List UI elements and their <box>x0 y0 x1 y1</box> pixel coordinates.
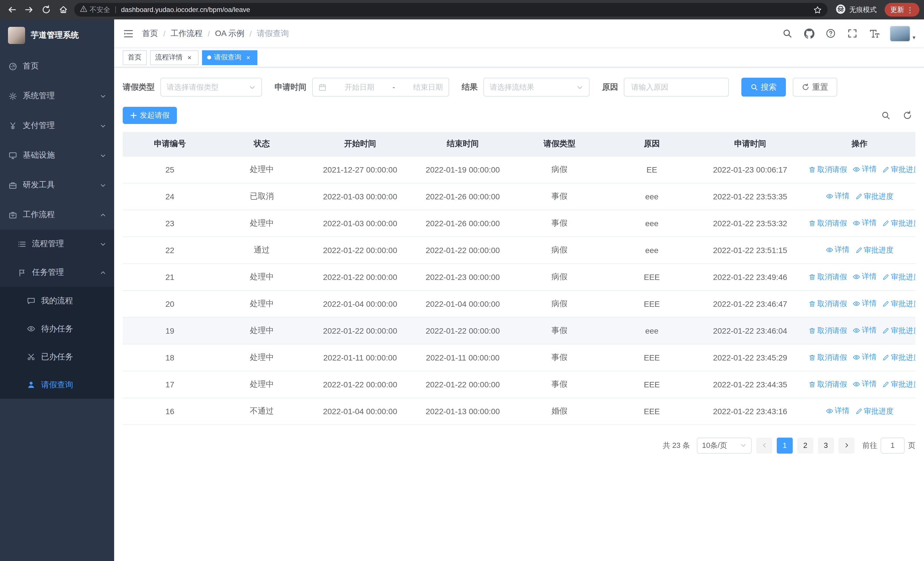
tab-process-detail[interactable]: 流程详情 <box>150 50 199 65</box>
detail-link[interactable]: 详情 <box>825 406 849 416</box>
cell-end-time: 2022-01-11 00:00:00 <box>414 344 512 371</box>
sidebar-item-infrastructure[interactable]: 基础设施 <box>0 141 114 170</box>
detail-link[interactable]: 详情 <box>853 352 877 362</box>
cancel-leave-link[interactable]: 取消请假 <box>809 164 847 175</box>
approval-progress-link[interactable]: 审批进度 <box>882 299 915 309</box>
next-page-button[interactable] <box>838 437 854 453</box>
cell-leave-type: 事假 <box>512 344 607 371</box>
cancel-leave-link[interactable]: 取消请假 <box>809 272 847 282</box>
breadcrumb-item[interactable]: OA 示例 <box>215 28 244 39</box>
back-icon[interactable] <box>4 2 20 17</box>
approval-progress-link[interactable]: 审批进度 <box>882 218 915 229</box>
search-button-label: 搜索 <box>761 82 777 92</box>
cancel-leave-link[interactable]: 取消请假 <box>809 379 847 390</box>
sidebar-item-task-management[interactable]: 任务管理 <box>0 258 114 287</box>
goto-page-input[interactable] <box>880 437 904 453</box>
sidebar-item-leave-query[interactable]: 请假查询 <box>0 371 114 399</box>
home-icon[interactable] <box>56 2 71 17</box>
cancel-leave-link[interactable]: 取消请假 <box>809 299 847 309</box>
cell-leave-type: 病假 <box>512 236 607 263</box>
detail-link[interactable]: 详情 <box>825 191 849 202</box>
tab-home[interactable]: 首页 <box>123 50 147 65</box>
detail-link[interactable]: 详情 <box>825 245 849 255</box>
detail-link[interactable]: 详情 <box>853 272 877 282</box>
cell-leave-type: 事假 <box>512 183 607 210</box>
github-icon[interactable] <box>800 24 819 43</box>
refresh-icon[interactable] <box>900 107 915 123</box>
cell-leave-type: 病假 <box>512 156 607 183</box>
cell-reason: EEE <box>607 263 697 290</box>
sidebar-item-devtools[interactable]: 研发工具 <box>0 170 114 200</box>
user-menu[interactable]: ▾ <box>890 26 915 41</box>
col-header-type: 请假类型 <box>512 132 607 156</box>
detail-link[interactable]: 详情 <box>853 298 877 309</box>
address-bar[interactable]: 不安全 dashboard.yudao.iocoder.cn/bpm/oa/le… <box>74 3 828 17</box>
approval-progress-link[interactable]: 审批进度 <box>882 164 915 175</box>
approval-progress-link[interactable]: 审批进度 <box>855 245 894 256</box>
cell-end-time: 2022-01-19 00:00:00 <box>414 156 512 183</box>
cell-start-time: 2022-01-03 00:00:00 <box>306 210 414 236</box>
bookmark-star-icon[interactable] <box>813 5 822 14</box>
create-leave-button[interactable]: 发起请假 <box>123 107 177 124</box>
update-button[interactable]: 更新 ⋮ <box>885 3 920 17</box>
page-button-3[interactable]: 3 <box>818 437 834 453</box>
sidebar-item-done-tasks[interactable]: 已办任务 <box>0 343 114 371</box>
cancel-leave-link[interactable]: 取消请假 <box>809 352 847 363</box>
breadcrumb-item[interactable]: 首页 <box>142 28 158 39</box>
detail-link[interactable]: 详情 <box>853 164 877 174</box>
leave-type-select[interactable]: 请选择请假类型 <box>160 78 262 96</box>
approval-progress-link[interactable]: 审批进度 <box>882 352 915 363</box>
approval-progress-link[interactable]: 审批进度 <box>855 406 894 417</box>
cell-id: 24 <box>123 183 217 210</box>
breadcrumb-item[interactable]: 工作流程 <box>171 28 202 39</box>
approval-progress-link[interactable]: 审批进度 <box>882 379 915 390</box>
reload-icon[interactable] <box>39 2 54 17</box>
calendar-icon <box>318 83 327 91</box>
close-icon[interactable] <box>186 53 194 62</box>
detail-link[interactable]: 详情 <box>853 325 877 335</box>
font-size-icon[interactable] <box>865 24 884 43</box>
reset-button[interactable]: 重置 <box>793 78 837 96</box>
page-size-select[interactable]: 10条/页 <box>697 437 752 453</box>
fullscreen-icon[interactable] <box>843 24 862 43</box>
sidebar-item-my-processes[interactable]: 我的流程 <box>0 287 114 315</box>
close-icon[interactable] <box>244 53 252 62</box>
menu-dots-icon[interactable]: ⋮ <box>906 5 914 14</box>
reason-input[interactable] <box>630 82 723 92</box>
search-button[interactable]: 搜索 <box>741 78 786 96</box>
col-header-end: 结束时间 <box>414 132 512 156</box>
table-row: 24已取消2022-01-03 00:00:002022-01-26 00:00… <box>123 183 915 210</box>
sidebar-item-process-management[interactable]: 流程管理 <box>0 230 114 258</box>
detail-link[interactable]: 详情 <box>853 218 877 228</box>
help-icon[interactable] <box>821 24 841 43</box>
task-submenu: 我的流程 待办任务 已办任务 <box>0 287 114 399</box>
table-row: 23处理中2022-01-03 00:00:002022-01-26 00:00… <box>123 210 915 236</box>
sidebar-item-todo-tasks[interactable]: 待办任务 <box>0 315 114 343</box>
sidebar-item-system[interactable]: 系统管理 <box>0 81 114 111</box>
prev-page-button[interactable] <box>756 437 772 453</box>
forward-icon[interactable] <box>22 2 36 17</box>
select-placeholder: 请选择流结果 <box>490 82 534 92</box>
toggle-search-icon[interactable] <box>878 107 894 123</box>
row-actions: 取消请假详情审批进度 <box>804 371 915 398</box>
detail-link[interactable]: 详情 <box>853 379 877 390</box>
sidebar-item-workflow[interactable]: 工作流程 <box>0 200 114 230</box>
page-button-1[interactable]: 1 <box>777 437 793 453</box>
cell-leave-type: 婚假 <box>512 398 607 424</box>
cell-id: 22 <box>123 236 217 263</box>
not-secure-warning[interactable]: 不安全 <box>80 5 110 15</box>
sidebar-item-payment[interactable]: 支付管理 <box>0 111 114 141</box>
search-icon[interactable] <box>778 24 797 43</box>
result-select[interactable]: 请选择流结果 <box>483 78 590 96</box>
cancel-leave-link[interactable]: 取消请假 <box>809 218 847 229</box>
tab-leave-query[interactable]: 请假查询 <box>202 50 257 65</box>
approval-progress-link[interactable]: 审批进度 <box>882 272 915 282</box>
page-button-2[interactable]: 2 <box>797 437 813 453</box>
approval-progress-link[interactable]: 审批进度 <box>882 326 915 336</box>
approval-progress-link[interactable]: 审批进度 <box>855 191 894 202</box>
table-row: 21处理中2022-01-22 00:00:002022-01-23 00:00… <box>123 263 915 290</box>
apply-time-range-picker[interactable]: 开始日期 - 结束日期 <box>312 78 449 96</box>
fold-menu-icon[interactable] <box>123 28 134 39</box>
cancel-leave-link[interactable]: 取消请假 <box>809 326 847 336</box>
sidebar-item-home[interactable]: 首页 <box>0 51 114 81</box>
